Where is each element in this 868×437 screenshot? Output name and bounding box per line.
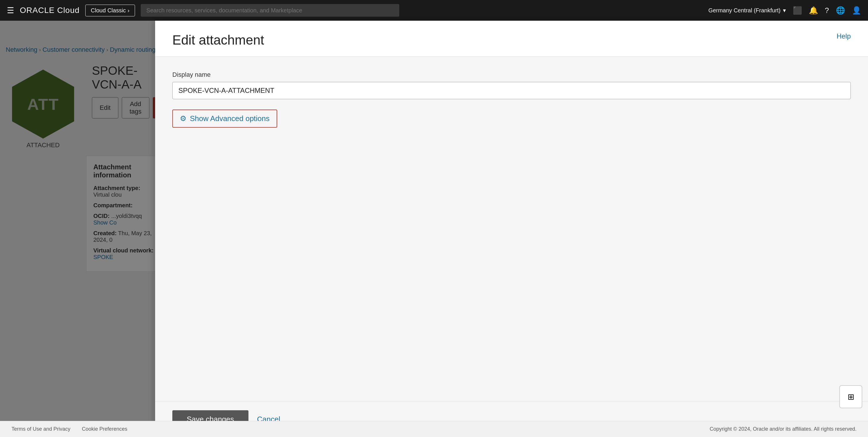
footer-links: Terms of Use and Privacy Cookie Preferen… [11,426,127,432]
display-name-input[interactable] [172,82,851,99]
oracle-logo: ORACLE Cloud [20,6,80,15]
display-name-label: Display name [172,71,851,79]
modal-title: Edit attachment [172,32,264,48]
help-question-icon[interactable]: ? [825,6,829,15]
cookie-preferences-link[interactable]: Cookie Preferences [82,426,127,432]
page-footer: Terms of Use and Privacy Cookie Preferen… [0,421,868,437]
chevron-down-icon: ▾ [783,7,786,14]
modal-body: Display name ⚙ Show Advanced options [155,57,868,401]
modal-header: Edit attachment Help [155,21,868,57]
show-advanced-options-button[interactable]: ⚙ Show Advanced options [172,110,277,128]
advanced-options-icon: ⚙ [180,114,186,123]
edit-attachment-modal: Edit attachment Help Display name ⚙ Show… [155,21,868,437]
search-input[interactable] [141,4,399,17]
console-icon[interactable]: ⬛ [793,6,802,15]
user-profile-icon[interactable]: 👤 [852,6,861,15]
region-label: Germany Central (Frankfurt) [708,7,780,14]
region-selector[interactable]: Germany Central (Frankfurt) ▾ [708,7,785,14]
cloud-classic-button[interactable]: Cloud Classic › [85,5,135,17]
top-navigation: ☰ ORACLE Cloud Cloud Classic › Germany C… [0,0,868,21]
help-widget-icon: ⊞ [847,392,854,402]
advanced-options-label: Show Advanced options [190,114,270,123]
modal-help-link[interactable]: Help [837,32,851,40]
terms-link[interactable]: Terms of Use and Privacy [11,426,70,432]
notification-bell-icon[interactable]: 🔔 [809,6,818,15]
hamburger-menu-icon[interactable]: ☰ [7,6,14,15]
language-globe-icon[interactable]: 🌐 [836,6,845,15]
help-widget[interactable]: ⊞ [839,385,862,408]
nav-right-section: Germany Central (Frankfurt) ▾ ⬛ 🔔 ? 🌐 👤 [708,6,861,15]
copyright-text: Copyright © 2024, Oracle and/or its affi… [710,426,857,432]
